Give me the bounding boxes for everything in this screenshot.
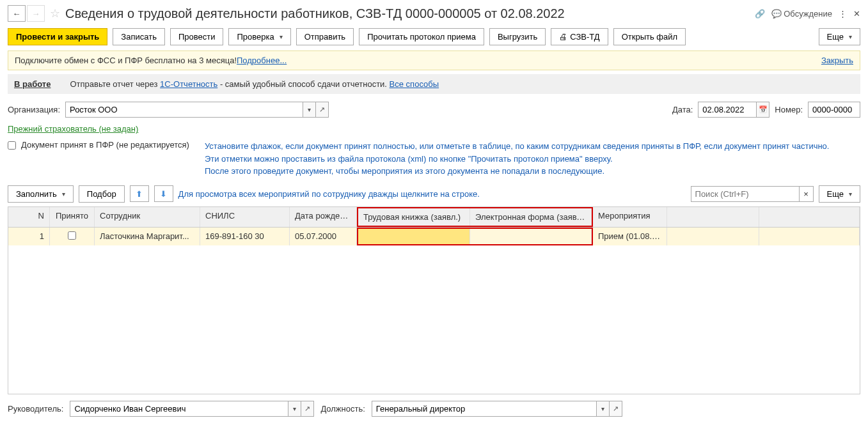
status-label[interactable]: В работе (14, 79, 51, 89)
search-clear-button[interactable]: × (800, 186, 814, 202)
cell-snils: 169-891-160 30 (200, 228, 290, 245)
cell-events: Прием (01.08.20... (593, 228, 667, 245)
col-employee[interactable]: Сотрудник (95, 207, 200, 227)
cell-accepted (50, 228, 95, 245)
col-workbook[interactable]: Трудовая книжка (заявл.) (358, 208, 470, 226)
read-protocol-button[interactable]: Прочитать протокол приема (359, 28, 484, 45)
1c-report-link[interactable]: 1С-Отчетность (160, 79, 217, 89)
back-button[interactable]: ← (8, 5, 26, 22)
col-extra1[interactable] (667, 207, 759, 227)
status-text: Отправьте отчет через 1С-Отчетность - са… (70, 79, 439, 89)
save-button[interactable]: Записать (113, 28, 165, 45)
chat-icon (771, 9, 782, 19)
leader-input[interactable] (70, 401, 288, 416)
table-hint: Для просмотра всех мероприятий по сотруд… (178, 189, 480, 199)
col-extra2[interactable] (759, 207, 860, 227)
forward-button[interactable]: → (27, 5, 45, 22)
number-label: Номер: (775, 105, 803, 114)
cell-eform[interactable] (470, 229, 592, 244)
post-and-close-button[interactable]: Провести и закрыть (8, 28, 107, 45)
check-button[interactable]: Проверка (228, 28, 290, 45)
table-row[interactable]: 1 Ласточкина Маргарит... 169-891-160 30 … (8, 228, 860, 245)
col-accepted[interactable]: Принято (50, 207, 95, 227)
cell-workbook[interactable] (358, 229, 470, 244)
fill-button[interactable]: Заполнить (8, 185, 74, 203)
org-open-button[interactable] (315, 102, 328, 117)
date-label: Дата: (672, 105, 693, 114)
accepted-label: Документ принят в ПФР (не редактируется) (21, 140, 189, 150)
search-input[interactable] (691, 186, 800, 202)
table-header: N Принято Сотрудник СНИЛС Дата рождения … (8, 207, 860, 228)
col-events[interactable]: Мероприятия (593, 207, 667, 227)
status-bar: В работе Отправьте отчет через 1С-Отчетн… (8, 74, 860, 94)
position-dropdown-button[interactable]: ▾ (596, 401, 609, 416)
col-birthdate[interactable]: Дата рождения (290, 207, 357, 227)
calendar-icon[interactable] (756, 102, 769, 117)
page-title: Сведения о трудовой деятельности работни… (65, 6, 750, 21)
col-eform[interactable]: Электронная форма (заявл.) (470, 208, 592, 226)
highlighted-columns: Трудовая книжка (заявл.) Электронная фор… (357, 207, 593, 227)
cell-n: 1 (8, 228, 50, 245)
favorite-icon[interactable]: ☆ (50, 6, 60, 20)
select-button[interactable]: Подбор (79, 185, 125, 203)
link-icon[interactable] (755, 9, 765, 19)
col-snils[interactable]: СНИЛС (200, 207, 290, 227)
cell-employee: Ласточкина Маргарит... (95, 228, 200, 245)
open-file-button[interactable]: Открыть файл (613, 28, 686, 45)
send-button[interactable]: Отправить (296, 28, 354, 45)
discuss-button[interactable]: Обсуждение (771, 9, 832, 19)
all-methods-link[interactable]: Все способы (390, 79, 439, 89)
org-label: Организация: (8, 105, 60, 114)
date-input[interactable] (698, 102, 756, 117)
org-dropdown-button[interactable]: ▾ (303, 102, 315, 117)
print-icon (559, 32, 567, 42)
accepted-checkbox[interactable] (8, 141, 16, 150)
szv-td-button[interactable]: СЗВ-ТД (551, 28, 608, 45)
cell-birthdate: 05.07.2000 (290, 228, 357, 245)
promo-link[interactable]: Подробнее... (237, 56, 287, 65)
org-input[interactable] (66, 102, 303, 117)
more-button[interactable]: Еще (819, 28, 860, 45)
position-input[interactable] (372, 401, 596, 416)
row-accepted-checkbox[interactable] (68, 231, 76, 240)
close-icon[interactable] (853, 9, 860, 19)
promo-banner: Подключите обмен с ФСС и ПФР бесплатно н… (8, 50, 860, 70)
post-button[interactable]: Провести (170, 28, 224, 45)
accepted-hint: Установите флажок, если документ принят … (205, 140, 830, 178)
move-up-button[interactable]: ⬆ (130, 185, 149, 202)
table-more-button[interactable]: Еще (819, 185, 860, 203)
cell-extra2 (759, 228, 860, 245)
prev-insurer-link[interactable]: Прежний страхователь (не задан) (8, 124, 138, 134)
col-n[interactable]: N (8, 207, 50, 227)
promo-text: Подключите обмен с ФСС и ПФР бесплатно н… (15, 56, 237, 65)
move-down-button[interactable]: ⬇ (154, 185, 173, 202)
promo-close-link[interactable]: Закрыть (821, 56, 853, 65)
number-input[interactable] (809, 102, 860, 117)
employees-table: N Принято Сотрудник СНИЛС Дата рождения … (8, 206, 860, 394)
position-label: Должность: (320, 404, 365, 414)
leader-label: Руководитель: (8, 404, 63, 414)
highlighted-cells (357, 228, 593, 245)
kebab-menu-icon[interactable] (839, 9, 847, 19)
leader-open-button[interactable] (301, 401, 313, 416)
position-open-button[interactable] (609, 401, 622, 416)
upload-button[interactable]: Выгрузить (489, 28, 546, 45)
leader-dropdown-button[interactable]: ▾ (288, 401, 301, 416)
cell-extra1 (667, 228, 759, 245)
